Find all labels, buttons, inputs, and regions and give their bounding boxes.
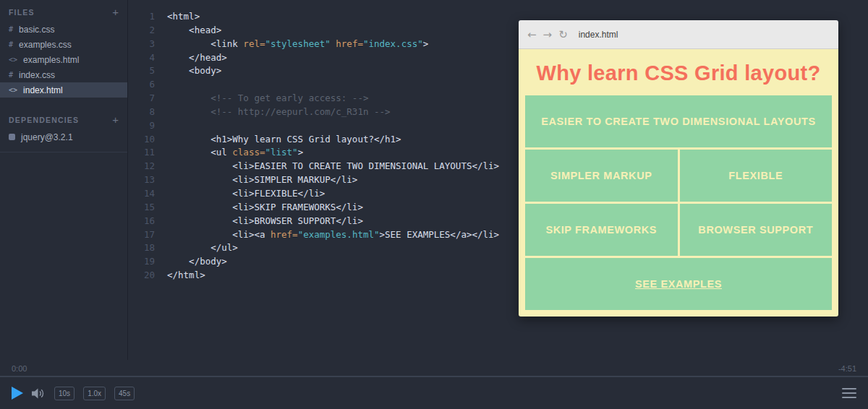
package-icon [9, 134, 15, 140]
preview-page-heading: Why learn CSS Grid layout? [525, 61, 832, 85]
line-number: 16 [129, 215, 155, 228]
code-token: <!-- http://eepurl.com/c_R31n --> [167, 106, 391, 117]
code-token: <!-- To get early access: --> [167, 92, 368, 103]
sidebar-file-index.css[interactable]: #index.css [0, 67, 127, 82]
code-token: > [298, 147, 304, 158]
line-content: <head> [167, 24, 221, 38]
line-number: 18 [129, 241, 155, 255]
refresh-icon[interactable]: ↻ [558, 28, 568, 41]
code-token: <li><a [167, 229, 271, 240]
line-number: 7 [129, 92, 155, 106]
code-token: > [423, 38, 429, 49]
code-token: rel= [243, 38, 265, 49]
line-number: 2 [129, 24, 155, 38]
preview-grid-item: SKIP FRAMEWORKS [525, 204, 678, 256]
line-number: 4 [129, 51, 155, 65]
line-content: <li><a href="examples.html">SEE EXAMPLES… [167, 228, 499, 242]
add-file-button[interactable]: + [112, 7, 119, 17]
dependency-name: jquery@3.2.1 [21, 132, 73, 142]
preview-grid-item: EASIER TO CREATE TWO DIMENSIONAL LAYOUTS [525, 95, 832, 147]
css-file-icon: # [9, 25, 13, 33]
code-token: href= [336, 38, 363, 49]
forward-icon[interactable]: → [543, 28, 553, 41]
line-number: 3 [129, 38, 155, 51]
code-token: >SEE EXAMPLES</a></li> [380, 229, 500, 240]
sidebar-file-index.html[interactable]: <>index.html [0, 82, 127, 98]
line-content: <li>SKIP FRAMEWORKS</li> [167, 201, 363, 215]
remaining-time-label: -4:51 [838, 364, 856, 373]
sidebar: FILES + #basic.css#examples.css<>example… [0, 0, 128, 360]
playback-bar: 0:00 -4:51 10s 1.0x 45s [0, 360, 868, 409]
files-header-label: FILES [9, 8, 35, 17]
preview-grid-link-item[interactable]: SEE EXAMPLES [525, 258, 832, 310]
line-content: </head> [167, 51, 227, 65]
line-content: </body> [167, 255, 227, 269]
code-token: </html> [167, 270, 205, 280]
playlist-icon[interactable] [842, 388, 856, 398]
code-token: <li>FLEXIBLE</li> [167, 188, 325, 199]
code-token: </ul> [167, 242, 238, 253]
dependency-jquery@3.2.1[interactable]: jquery@3.2.1 [0, 129, 127, 145]
files-section-header: FILES + [0, 0, 127, 22]
rewind-10s-button[interactable]: 10s [54, 387, 75, 400]
code-token: <head> [167, 25, 221, 35]
code-token: "examples.html" [298, 229, 380, 240]
code-token: "index.css" [363, 38, 423, 49]
back-icon[interactable]: ← [527, 28, 537, 41]
file-name: index.html [23, 85, 63, 95]
add-dependency-button[interactable]: + [112, 114, 119, 125]
line-number: 1 [129, 10, 155, 24]
code-token: class= [232, 147, 265, 158]
file-name: index.css [19, 70, 55, 80]
dependencies-section-header: DEPENDENCIES + [0, 108, 127, 129]
browser-tab-title: index.html [579, 30, 618, 40]
sidebar-divider [0, 152, 127, 152]
line-content: <!-- http://eepurl.com/c_R31n --> [167, 106, 391, 119]
preview-grid-item: SIMPLER MARKUP [525, 150, 678, 202]
preview-page: Why learn CSS Grid layout? EASIER TO CRE… [519, 49, 838, 317]
line-number: 5 [129, 64, 155, 78]
code-token: <ul [167, 147, 232, 158]
code-token: href= [271, 229, 298, 240]
line-number: 10 [129, 133, 155, 147]
code-token: </body> [167, 256, 227, 267]
file-name: examples.html [23, 55, 79, 65]
code-token: </head> [167, 52, 227, 63]
current-time-label: 0:00 [12, 364, 27, 373]
sidebar-file-examples.css[interactable]: #examples.css [0, 37, 127, 52]
forward-45s-button[interactable]: 45s [114, 387, 135, 400]
line-number: 17 [129, 228, 155, 242]
line-content: <li>FLEXIBLE</li> [167, 187, 325, 201]
preview-item-label: EASIER TO CREATE TWO DIMENSIONAL LAYOUTS [541, 116, 816, 127]
line-content: <h1>Why learn CSS Grid layout?</h1> [167, 133, 401, 147]
browser-toolbar: ← → ↻ index.html [519, 20, 838, 49]
sidebar-file-basic.css[interactable]: #basic.css [0, 22, 127, 37]
code-token: "list" [265, 147, 297, 158]
line-content: <li>SIMPLER MARKUP</li> [167, 173, 357, 187]
file-name: basic.css [19, 25, 54, 35]
play-button[interactable] [12, 387, 23, 400]
timeline: 0:00 -4:51 [0, 360, 868, 376]
line-content: <li>EASIER TO CREATE TWO DIMENSIONAL LAY… [167, 160, 499, 173]
preview-item-label: FLEXIBLE [728, 170, 783, 181]
line-number: 12 [129, 160, 155, 173]
playback-speed-button[interactable]: 1.0x [83, 387, 106, 400]
line-content: </ul> [167, 241, 238, 255]
scrimba-app: FILES + #basic.css#examples.css<>example… [0, 0, 868, 409]
file-name: examples.css [19, 40, 72, 50]
line-content: <body> [167, 64, 221, 78]
line-content: <html> [167, 10, 200, 24]
browser-preview-window: ← → ↻ index.html Why learn CSS Grid layo… [519, 20, 838, 317]
sidebar-file-examples.html[interactable]: <>examples.html [0, 52, 127, 67]
code-token: <html> [167, 11, 200, 22]
line-number: 6 [129, 78, 155, 92]
volume-icon[interactable] [32, 388, 46, 399]
css-file-icon: # [9, 71, 13, 79]
html-file-icon: <> [9, 56, 17, 64]
code-token: <li>BROWSER SUPPORT</li> [167, 215, 363, 226]
code-token: <h1>Why learn CSS Grid layout?</h1> [167, 134, 401, 145]
css-file-icon: # [9, 40, 13, 48]
line-number: 11 [129, 146, 155, 160]
file-list: #basic.css#examples.css<>examples.html#i… [0, 22, 127, 98]
line-content: <!-- To get early access: --> [167, 92, 368, 106]
